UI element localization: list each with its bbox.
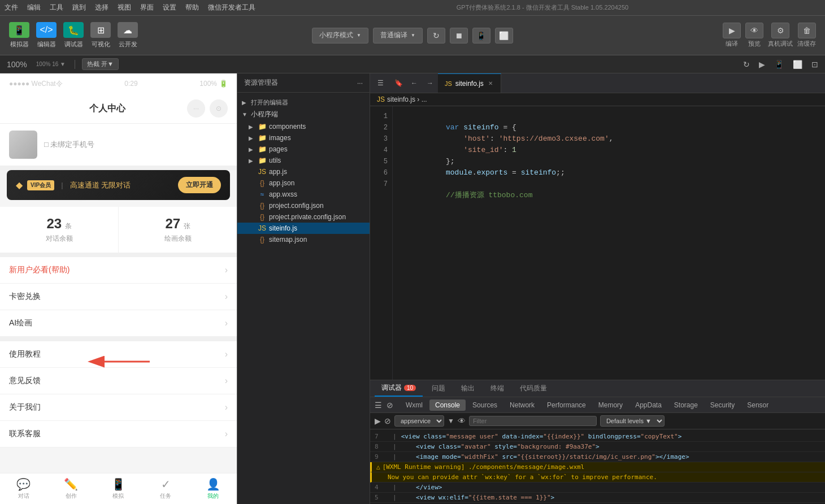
folder-images[interactable]: ▶ 📁 images [237, 132, 370, 144]
devtools-tab-performance[interactable]: Performance [541, 399, 592, 411]
file-app-json[interactable]: ▶ {} app.json [237, 177, 370, 189]
phone-sub-icon[interactable]: 📱 [772, 59, 786, 70]
screen-sub-icon[interactable]: ⬜ [791, 59, 805, 70]
console-eye-icon[interactable]: 👁 [458, 416, 466, 425]
debugger-button[interactable]: 🐛 调试器 [63, 22, 84, 49]
explorer-header: 资源管理器 ··· [237, 73, 370, 93]
bottom-tab-debugger[interactable]: 调试器 10 [375, 380, 423, 397]
refresh-sub-icon[interactable]: ↻ [741, 59, 752, 70]
console-down-arrow[interactable]: ▼ [448, 417, 454, 425]
bottom-tab-problems[interactable]: 问题 [425, 380, 452, 397]
vip-open-button[interactable]: 立即开通 [178, 177, 221, 193]
signal-text: ●●●●● WeChat令 [9, 79, 63, 89]
folder-utils[interactable]: ▶ 📁 utils [237, 155, 370, 166]
open-editors-header[interactable]: ▶ 打开的编辑器 [237, 95, 370, 108]
copy-sub-icon[interactable]: ⊡ [809, 59, 820, 70]
folder-pages[interactable]: ▶ 📁 pages [237, 144, 370, 155]
nav-item-create[interactable]: ✏️ 创作 [47, 473, 95, 504]
nav-item-task[interactable]: ✓ 任务 [142, 473, 189, 504]
console-block-icon[interactable]: ⊘ [384, 416, 391, 425]
menu-btn[interactable]: ··· [187, 99, 205, 118]
refresh-button[interactable]: ↻ [427, 28, 445, 44]
file-tree: ▶ 打开的编辑器 ▼ 小程序端 ▶ 📁 components ▶ 📁 image… [237, 93, 370, 247]
devtools-tab-sources[interactable]: Sources [467, 399, 503, 411]
code-content[interactable]: var siteinfo = { 'host': 'https://demo3.… [393, 106, 825, 380]
preview-button[interactable]: 👁 预览 [745, 23, 763, 48]
devtools-tab-appdata[interactable]: AppData [629, 399, 667, 411]
devtools-tab-wxml[interactable]: Wxml [400, 399, 428, 411]
bottom-tab-terminal[interactable]: 终端 [484, 380, 511, 397]
share-btn[interactable]: ⊙ [210, 99, 228, 118]
file-sitemap-json[interactable]: ▶ {} sitemap.json [237, 234, 370, 245]
debugger-icon: 🐛 [63, 22, 84, 38]
devtools-menu-icon[interactable]: ☰ [375, 401, 382, 410]
file-project-config[interactable]: ▶ {} project.config.json [237, 200, 370, 211]
menu-item-feedback[interactable]: 意见反馈 › [0, 368, 237, 394]
menu-edit[interactable]: 编辑 [27, 3, 41, 12]
console-level-select[interactable]: Default levels ▼ [600, 415, 665, 427]
menu-help[interactable]: 帮助 [185, 3, 199, 12]
console-source-select[interactable]: appservice [394, 415, 444, 427]
menu-item-tutorial[interactable]: 使用教程 › [0, 341, 237, 368]
compile-dropdown[interactable]: 普通编译 [373, 28, 423, 44]
file-project-private[interactable]: ▶ {} project.private.config.json [237, 211, 370, 223]
menu-wechat-tools[interactable]: 微信开发者工具 [208, 3, 255, 12]
bottom-tab-quality[interactable]: 代码质量 [513, 380, 554, 397]
code-editor[interactable]: 1 2 3 4 5 6 7 var siteinfo = { 'host': '… [370, 106, 825, 380]
explorer-menu-icon[interactable]: ··· [357, 79, 363, 87]
stop-button[interactable]: ⏹ [450, 28, 468, 44]
nav-item-profile[interactable]: 👤 我的 [189, 473, 237, 504]
bottom-tabs: 调试器 10 问题 输出 终端 代码质量 [370, 380, 825, 397]
menu-goto[interactable]: 跳到 [72, 3, 86, 12]
mode-dropdown[interactable]: 小程序模式 [312, 28, 368, 44]
menu-select[interactable]: 选择 [95, 3, 108, 12]
tab-close-icon[interactable]: ✕ [487, 79, 494, 88]
devtools-stop-icon[interactable]: ⊘ [387, 401, 393, 410]
menu-settings[interactable]: 设置 [163, 3, 176, 12]
profile-section: □ 未绑定手机号 [0, 124, 237, 170]
stat-number-0: 23 [46, 216, 62, 231]
clean-button[interactable]: 🗑 清缓存 [797, 23, 816, 48]
editor-bookmark-icon[interactable]: 🔖 [390, 79, 406, 87]
menu-item-about[interactable]: 关于我们 › [0, 394, 237, 421]
menu-item-ai[interactable]: AI绘画 › [0, 310, 237, 337]
console-filter-input[interactable] [469, 416, 597, 426]
hotkey-button[interactable]: 热截 开▼ [82, 58, 119, 70]
folder-components[interactable]: ▶ 📁 components [237, 121, 370, 132]
cloud-button[interactable]: ☁ 云开发 [118, 22, 138, 49]
miniprogram-header[interactable]: ▼ 小程序端 [237, 108, 370, 121]
menu-item-card[interactable]: 卡密兑换 › [0, 284, 237, 310]
devtools-tab-security[interactable]: Security [705, 399, 740, 411]
menu-view[interactable]: 视图 [118, 3, 131, 12]
file-app-js[interactable]: ▶ JS app.js [237, 166, 370, 177]
devtools-tab-network[interactable]: Network [504, 399, 540, 411]
phone-button[interactable]: 📱 [472, 28, 490, 44]
translate-button[interactable]: ▶ 编译 [723, 23, 741, 48]
nav-item-chat[interactable]: 💬 对话 [0, 473, 47, 504]
file-app-wxss[interactable]: ▶ ≈ app.wxss [237, 189, 370, 200]
menu-item-support[interactable]: 联系客服 › [0, 421, 237, 447]
bottom-tab-output[interactable]: 输出 [454, 380, 481, 397]
menu-item-help[interactable]: 新用户必看(帮助) › [0, 257, 237, 284]
menu-interface[interactable]: 界面 [140, 3, 154, 12]
console-toolbar: ▶ ⊘ appservice ▼ 👁 Default levels ▼ [370, 413, 825, 429]
editor-forward-icon[interactable]: → [422, 79, 438, 87]
visualize-button[interactable]: ⊞ 可视化 [90, 22, 111, 49]
editor-menu-icon[interactable]: ☰ [370, 79, 390, 87]
console-toggle-icon[interactable]: ▶ [375, 416, 381, 425]
editor-back-icon[interactable]: ← [406, 79, 422, 87]
menu-file[interactable]: 文件 [5, 3, 18, 12]
play-sub-icon[interactable]: ▶ [757, 59, 767, 70]
devtools-tab-console[interactable]: Console [429, 399, 466, 411]
real-debug-button[interactable]: ⚙ 真机调试 [768, 23, 793, 48]
menu-tools[interactable]: 工具 [50, 3, 63, 12]
nav-item-simulate[interactable]: 📱 模拟 [95, 473, 142, 504]
editor-button[interactable]: </> 编辑器 [36, 22, 57, 49]
devtools-tab-sensor[interactable]: Sensor [741, 399, 774, 411]
devtools-tab-storage[interactable]: Storage [668, 399, 704, 411]
editor-tab-siteinfo[interactable]: JS siteinfo.js ✕ [438, 73, 501, 93]
file-siteinfo-js[interactable]: ▶ JS siteinfo.js [237, 223, 370, 234]
screen-button[interactable]: ⬜ [495, 28, 513, 44]
simulator-button[interactable]: 📱 模拟器 [9, 22, 29, 49]
devtools-tab-memory[interactable]: Memory [593, 399, 628, 411]
